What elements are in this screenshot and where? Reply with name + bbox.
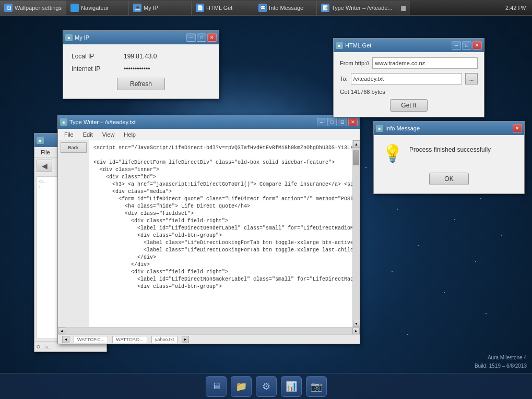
htmlget-to-input[interactable] [351, 73, 462, 84]
myip-maximize-btn[interactable]: □ [197, 33, 206, 42]
tw-editor-content: <script src="/JavaScript/LifeDirect-bdl?… [89, 140, 352, 295]
tw-hscroll-left-btn[interactable]: ◄ [58, 328, 65, 335]
info-controls: ✕ [513, 124, 522, 132]
tw-controls: ─ □ ⊡ ✕ [317, 118, 358, 126]
tw-menu-help[interactable]: Help [120, 130, 140, 139]
star-decoration [365, 167, 367, 168]
tw-titlebar: ■ Type Writer – /v/teadey.txt ─ □ ⊡ ✕ [58, 115, 360, 129]
info-close-btn[interactable]: ✕ [513, 124, 522, 132]
taskbar-item-htmlget[interactable]: 📄 HTML Get [192, 1, 254, 15]
htmlget-title: HTML Get [345, 42, 450, 49]
myip-content: Local IP 199.81.43.0 Internet IP •••••••… [63, 44, 219, 99]
tw-close-btn[interactable]: ✕ [348, 118, 358, 126]
tw-scroll-track[interactable] [353, 148, 360, 320]
myip-minimize-btn[interactable]: ─ [186, 33, 196, 42]
tw-status-item-1: WATTCP.C... [74, 336, 108, 343]
taskbar-sys-icon: ◼ [397, 1, 410, 15]
htmlget-browse-button[interactable]: ... [465, 73, 478, 84]
build-line2: Build: 1519 – 6/8/2013 [475, 362, 527, 370]
star-decoration [501, 235, 502, 236]
info-body: 💡 Process finished successfully [382, 143, 516, 164]
myip-close-btn[interactable]: ✕ [207, 33, 217, 42]
myip-internet-value: •••••••••••• [124, 65, 150, 72]
taskbar-item-myip[interactable]: 💻 My IP [129, 1, 192, 15]
info-ok-button[interactable]: OK [429, 173, 468, 185]
tw-editor[interactable]: <script src="/JavaScript/LifeDirect-bdl?… [89, 140, 352, 327]
tw-status-bar: ◄ WATTCP.C... WATTCP.D... yahoo.txt ► [58, 334, 360, 344]
tw-status-item-3: yahoo.txt [151, 336, 178, 343]
myip-internet-label: Internet IP [72, 65, 113, 72]
tw-status-scroll-left[interactable]: ◄ [62, 336, 69, 343]
tw-menu-view[interactable]: View [98, 130, 119, 139]
htmlget-titlebar: ■ HTML Get ─ □ ✕ [334, 39, 484, 52]
star-decoration [418, 245, 419, 246]
infomsg-icon: 💬 [258, 4, 267, 12]
htmlget-from-label: From http:// [340, 60, 369, 66]
htmlget-minimize-btn[interactable]: ─ [452, 41, 461, 50]
htmlget-from-input[interactable] [372, 57, 478, 69]
tw-vertical-scrollbar[interactable]: ▲ ▼ [352, 140, 360, 327]
tw-maximize-btn[interactable]: □ [327, 118, 337, 126]
tw-hscroll-track[interactable] [65, 328, 352, 335]
tw-hscroll-right-btn[interactable]: ► [352, 328, 360, 335]
bgwin-menu-file[interactable]: File [37, 148, 54, 156]
tw-scroll-up-btn[interactable]: ▲ [353, 140, 360, 148]
build-info: Aura Milestone 4 Build: 1519 – 6/8/2013 [475, 354, 527, 370]
htmlget-got-text: Got 141768 bytes [340, 89, 478, 95]
star-decoration [480, 198, 481, 199]
taskbar: 🖼 Wallpaper settings 🌐 Navigateur 💻 My I… [0, 0, 532, 16]
bgwin-status-text: O... [39, 179, 47, 184]
tw-menu-file[interactable]: File [60, 130, 78, 139]
dock-item-3[interactable]: ⚙ [256, 376, 277, 397]
dock-item-5[interactable]: 📷 [306, 376, 327, 397]
dock-item-2[interactable]: 📁 [231, 376, 252, 397]
dock-item-1[interactable]: 🖥 [206, 376, 227, 397]
tw-scroll-down-btn[interactable]: ▼ [353, 320, 360, 327]
myip-icon: 💻 [133, 4, 141, 12]
htmlget-maximize-btn[interactable]: □ [462, 41, 471, 50]
tw-status-scroll-right[interactable]: ► [182, 336, 189, 343]
taskbar-infomsg-label: Info Message [269, 5, 303, 11]
tw-scroll-thumb[interactable] [353, 150, 359, 165]
myip-refresh-button[interactable]: Refresh [117, 78, 165, 90]
myip-title-icon: ■ [65, 34, 73, 41]
myip-window: ■ My IP ─ □ ✕ Local IP 199.81.43.0 Inter… [63, 30, 219, 99]
dock-item-4[interactable]: 📊 [281, 376, 302, 397]
info-window: ■ Info Message ✕ 💡 Process finished succ… [373, 121, 525, 194]
myip-internet-row: Internet IP •••••••••••• [72, 65, 210, 72]
build-line1: Aura Milestone 4 [475, 354, 527, 362]
htmlget-content: From http:// To: ... Got 141768 bytes Ge… [334, 52, 484, 117]
taskbar-item-typewriter[interactable]: 📝 Type Writer – /v/teade... [317, 1, 397, 15]
tw-back-button[interactable]: Back [61, 142, 87, 153]
info-content: 💡 Process finished successfully OK [374, 135, 524, 194]
info-message-text: Process finished successfully [409, 143, 491, 154]
myip-title: My IP [75, 34, 184, 41]
htmlget-close-btn[interactable]: ✕ [472, 41, 482, 50]
bgwin-back-button[interactable]: ◀ [37, 160, 52, 172]
tw-hscrollbar: ◄ ► [58, 327, 360, 334]
tw-extra-btn[interactable]: ⊡ [338, 118, 347, 126]
info-title-icon: ■ [376, 125, 383, 132]
tw-minimize-btn[interactable]: ─ [317, 118, 326, 126]
star-decoration [392, 271, 393, 272]
bgwin-status-info: O... s... [37, 344, 52, 349]
htmlget-to-row: To: ... [340, 73, 478, 84]
dock: 🖥 📁 ⚙ 📊 📷 [0, 373, 532, 399]
taskbar-clock: 2:42 PM [500, 5, 532, 11]
taskbar-item-navigateur[interactable]: 🌐 Navigateur [66, 1, 129, 15]
taskbar-item-infomsg[interactable]: 💬 Info Message [254, 1, 317, 15]
info-title: Info Message [385, 125, 511, 131]
htmlget-controls: ─ □ ✕ [452, 41, 482, 50]
htmlget-get-button[interactable]: Get It [390, 99, 427, 112]
info-bulb-icon: 💡 [382, 143, 403, 164]
taskbar-item-wallpaper[interactable]: 🖼 Wallpaper settings [0, 1, 66, 15]
taskbar-typewriter-label: Type Writer – /v/teade... [332, 5, 393, 11]
htmlget-from-row: From http:// [340, 57, 478, 69]
tw-menubar: File Edit View Help [58, 129, 360, 140]
taskbar-myip-label: My IP [144, 5, 158, 11]
tw-menu-edit[interactable]: Edit [79, 130, 97, 139]
navigateur-icon: 🌐 [70, 4, 79, 12]
htmlget-icon: 📄 [196, 4, 204, 12]
typewriter-window: ■ Type Writer – /v/teadey.txt ─ □ ⊡ ✕ Fi… [57, 115, 360, 344]
myip-local-value: 199.81.43.0 [124, 53, 157, 60]
